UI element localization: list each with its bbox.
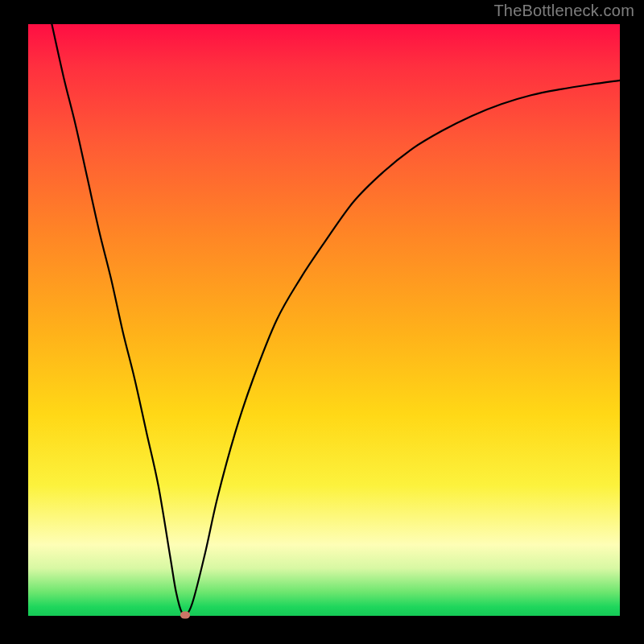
watermark-text: TheBottleneck.com <box>493 2 634 20</box>
plot-area <box>28 24 620 616</box>
optimum-marker <box>180 611 190 618</box>
curve-layer <box>28 24 620 616</box>
bottleneck-curve <box>52 24 620 615</box>
chart-root: TheBottleneck.com <box>0 0 644 644</box>
plot-frame: TheBottleneck.com <box>0 0 644 644</box>
